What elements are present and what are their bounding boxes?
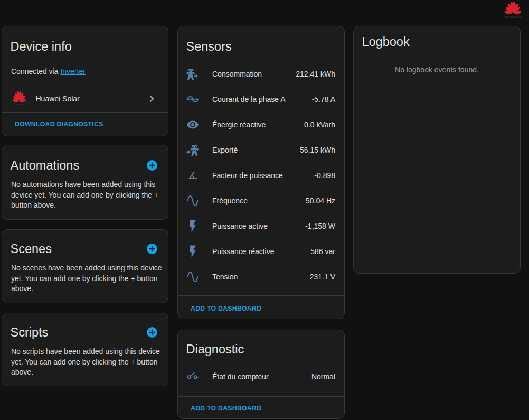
- svg-text:HUAWEI: HUAWEI: [505, 15, 521, 18]
- svg-text:HUAWEI: HUAWEI: [13, 103, 25, 106]
